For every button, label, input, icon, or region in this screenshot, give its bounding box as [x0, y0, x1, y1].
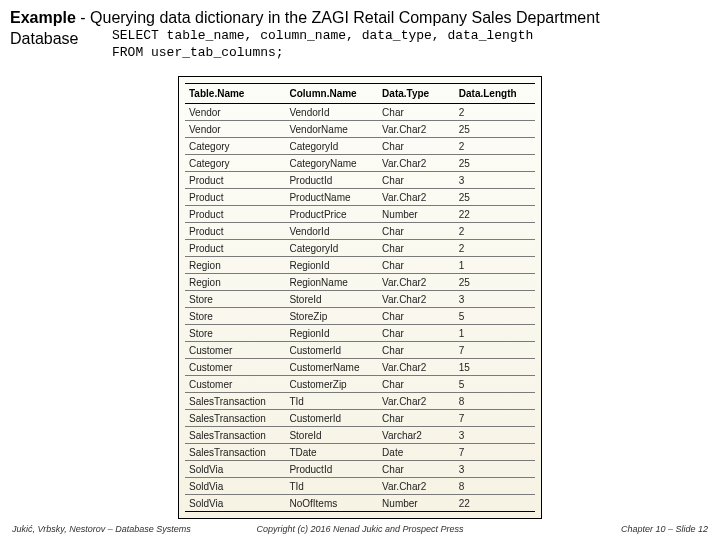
table-cell: VendorId [285, 223, 378, 240]
table-row: SalesTransactionStoreIdVarchar23 [185, 427, 535, 444]
table-cell: Char [378, 257, 445, 274]
table-cell: Product [185, 223, 285, 240]
table-cell: 8 [445, 393, 535, 410]
table-cell: Region [185, 274, 285, 291]
table-cell: ProductId [285, 172, 378, 189]
result-table: Table.Name Column.Name Data.Type Data.Le… [185, 83, 535, 512]
table-cell: Var.Char2 [378, 274, 445, 291]
header-data-type: Data.Type [378, 84, 445, 104]
table-cell: 25 [445, 121, 535, 138]
table-cell: Product [185, 206, 285, 223]
table-cell: 25 [445, 155, 535, 172]
table-cell: Char [378, 342, 445, 359]
table-cell: Char [378, 223, 445, 240]
table-cell: 8 [445, 478, 535, 495]
footer-center: Copyright (c) 2016 Nenad Jukic and Prosp… [256, 524, 463, 534]
table-cell: Char [378, 461, 445, 478]
table-row: StoreStoreIdVar.Char23 [185, 291, 535, 308]
table-cell: Number [378, 206, 445, 223]
table-cell: 25 [445, 189, 535, 206]
table-row: SalesTransactionTIdVar.Char28 [185, 393, 535, 410]
table-cell: 25 [445, 274, 535, 291]
table-cell: Store [185, 308, 285, 325]
sql-line-1: SELECT table_name, column_name, data_typ… [112, 28, 533, 45]
sql-query-block: SELECT table_name, column_name, data_typ… [108, 26, 537, 64]
table-cell: Var.Char2 [378, 478, 445, 495]
table-cell: CustomerZip [285, 376, 378, 393]
table-cell: VendorId [285, 104, 378, 121]
table-row: ProductProductIdChar3 [185, 172, 535, 189]
table-cell: Var.Char2 [378, 291, 445, 308]
table-cell: 3 [445, 172, 535, 189]
table-cell: ProductPrice [285, 206, 378, 223]
table-cell: 2 [445, 138, 535, 155]
table-cell: Var.Char2 [378, 121, 445, 138]
table-cell: Customer [185, 342, 285, 359]
table-cell: Var.Char2 [378, 393, 445, 410]
table-cell: Char [378, 308, 445, 325]
table-row: SoldViaTIdVar.Char28 [185, 478, 535, 495]
table-cell: Char [378, 104, 445, 121]
table-cell: SoldVia [185, 478, 285, 495]
table-cell: 7 [445, 342, 535, 359]
table-cell: Store [185, 291, 285, 308]
table-cell: 2 [445, 104, 535, 121]
title-rest1: Querying data dictionary in the ZAGI Ret… [90, 9, 600, 26]
table-cell: RegionId [285, 325, 378, 342]
table-cell: Char [378, 172, 445, 189]
table-row: CustomerCustomerNameVar.Char215 [185, 359, 535, 376]
table-cell: Date [378, 444, 445, 461]
table-cell: CategoryId [285, 138, 378, 155]
slide-footer: Jukić, Vrbsky, Nestorov – Database Syste… [0, 524, 720, 534]
table-cell: RegionName [285, 274, 378, 291]
table-cell: Product [185, 172, 285, 189]
table-cell: Region [185, 257, 285, 274]
table-cell: Number [378, 495, 445, 512]
table-cell: 5 [445, 376, 535, 393]
table-row: SoldViaNoOfItemsNumber22 [185, 495, 535, 512]
table-cell: 2 [445, 223, 535, 240]
table-cell: CustomerId [285, 342, 378, 359]
table-cell: Category [185, 155, 285, 172]
table-cell: 3 [445, 291, 535, 308]
table-cell: 3 [445, 427, 535, 444]
table-cell: CategoryName [285, 155, 378, 172]
table-row: ProductProductPriceNumber22 [185, 206, 535, 223]
table-cell: StoreZip [285, 308, 378, 325]
table-row: RegionRegionIdChar1 [185, 257, 535, 274]
table-row: CategoryCategoryIdChar2 [185, 138, 535, 155]
table-cell: Var.Char2 [378, 359, 445, 376]
table-cell: StoreId [285, 291, 378, 308]
table-cell: 22 [445, 495, 535, 512]
table-row: VendorVendorNameVar.Char225 [185, 121, 535, 138]
table-row: CustomerCustomerZipChar5 [185, 376, 535, 393]
table-cell: 2 [445, 240, 535, 257]
table-header-row: Table.Name Column.Name Data.Type Data.Le… [185, 84, 535, 104]
table-cell: Char [378, 240, 445, 257]
table-cell: Char [378, 138, 445, 155]
table-cell: Char [378, 376, 445, 393]
table-row: SalesTransactionTDateDate7 [185, 444, 535, 461]
table-cell: SalesTransaction [185, 427, 285, 444]
header-table-name: Table.Name [185, 84, 285, 104]
footer-right: Chapter 10 – Slide 12 [621, 524, 708, 534]
header-data-length: Data.Length [445, 84, 535, 104]
table-row: SalesTransactionCustomerIdChar7 [185, 410, 535, 427]
table-cell: Vendor [185, 121, 285, 138]
table-cell: Category [185, 138, 285, 155]
table-cell: VendorName [285, 121, 378, 138]
table-row: VendorVendorIdChar2 [185, 104, 535, 121]
table-cell: Char [378, 325, 445, 342]
table-cell: Product [185, 189, 285, 206]
table-row: RegionRegionNameVar.Char225 [185, 274, 535, 291]
table-cell: 7 [445, 444, 535, 461]
table-cell: CategoryId [285, 240, 378, 257]
table-cell: TId [285, 393, 378, 410]
table-cell: SoldVia [185, 461, 285, 478]
sql-line-2: FROM user_tab_columns; [112, 45, 533, 62]
table-cell: 7 [445, 410, 535, 427]
footer-left: Jukić, Vrbsky, Nestorov – Database Syste… [12, 524, 191, 534]
table-cell: Customer [185, 376, 285, 393]
table-row: SoldViaProductIdChar3 [185, 461, 535, 478]
table-cell: Vendor [185, 104, 285, 121]
